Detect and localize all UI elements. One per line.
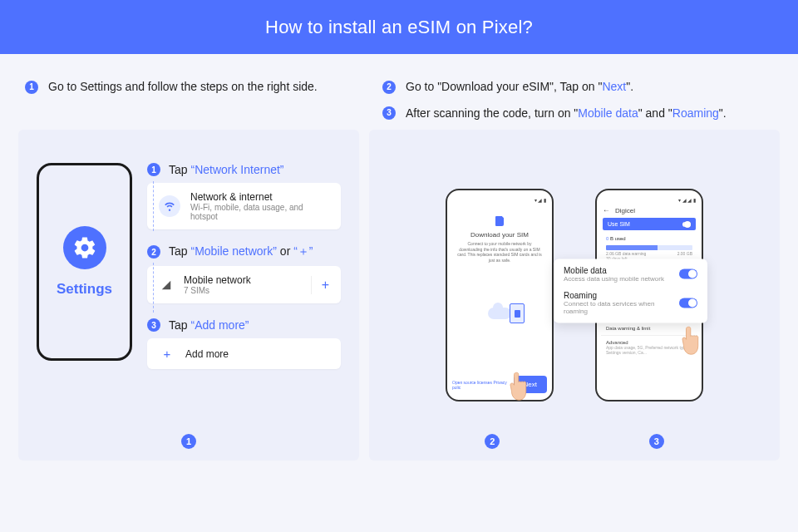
panel-3-badge: 3 [649, 434, 664, 449]
overlay-mobile-data-s: Access data using mobile network [564, 275, 664, 283]
mobile-network-card[interactable]: Mobile network 7 SIMs + [147, 266, 341, 303]
instruction-1: 1 Go to Settings and follow the steps on… [25, 79, 357, 96]
page-title: How to install an eSIM on Pixel? [265, 17, 533, 38]
roaming-toggle[interactable] [679, 298, 697, 308]
sim-card-icon [510, 303, 525, 323]
step-3-head: 3 Tap “Add more” [147, 318, 341, 332]
signal-icon [159, 278, 174, 293]
use-sim-row[interactable]: Use SIM [603, 218, 696, 230]
back-arrow-icon[interactable]: ← [603, 206, 610, 214]
hand-pointer-icon [508, 370, 533, 401]
data-bar [606, 245, 692, 250]
step-1-badge: 1 [147, 163, 160, 176]
step-3-badge: 3 [147, 318, 160, 332]
step-3-text: Tap “Add more” [169, 318, 249, 332]
data-used-val: 0 [606, 236, 608, 241]
status-icons-2: ▾ ◢ ◢ ▮ [678, 197, 696, 203]
instruction-2-pre: Go to "Download your eSIM", Tap on " [406, 80, 602, 93]
overlay-mobile-data-t: Mobile data [564, 266, 664, 275]
carrier-title: Digicel [615, 207, 635, 214]
download-links[interactable]: Open source licenses Privacy polic [452, 380, 514, 390]
settings-label: Settings [57, 281, 112, 298]
download-phone-wrap: ▾ ◢ ▮ Download your SIM Connect to your … [446, 189, 554, 401]
steps-column: 1 Tap “Network Internet” Network & inter… [147, 163, 341, 369]
step-3-pre: Tap [169, 318, 190, 332]
download-desc: Connect to your mobile network by downlo… [451, 241, 548, 263]
settings-phone-mock: Settings [37, 163, 132, 361]
step-2-link: “Mobile network” [190, 244, 276, 258]
step-2-text: Tap “Mobile network” or “＋” [169, 244, 313, 259]
step-3: 3 Tap “Add more” + Add more [147, 318, 341, 369]
instruction-1-text: Go to Settings and follow the steps on t… [48, 79, 318, 96]
badge-1: 1 [25, 81, 38, 94]
instruction-3-post: ". [719, 106, 727, 120]
instructions-left: 1 Go to Settings and follow the steps on… [25, 79, 357, 96]
sim-icon [495, 216, 504, 226]
instructions-right: 2 Go to "Download your eSIM", Tap on "Ne… [382, 79, 777, 121]
cloud-area [451, 293, 548, 334]
badge-2: 2 [382, 81, 396, 94]
mobile-card-body: Mobile network 7 SIMs [184, 274, 251, 295]
statusbar-2: ▾ ◢ ◢ ▮ [601, 195, 697, 204]
status-left-2 [603, 197, 604, 203]
step-2-link2: “＋” [293, 244, 313, 258]
next-link: Next [602, 80, 626, 93]
step-1: 1 Tap “Network Internet” Network & inter… [147, 163, 341, 229]
cloud-icon [488, 308, 511, 319]
panels-row: Settings 1 Tap “Network Internet” Networ… [0, 130, 798, 479]
step-2-badge: 2 [147, 245, 160, 259]
instruction-3-mid: " and " [638, 106, 672, 120]
step-2-head: 2 Tap “Mobile network” or “＋” [147, 244, 341, 259]
status-left [453, 197, 455, 203]
roaming-top: ← Digicel [601, 204, 697, 218]
wifi-icon [159, 195, 180, 217]
network-card-sub: Wi-Fi, mobile, data usage, and hotspot [190, 203, 329, 221]
instruction-2-post: ". [626, 80, 633, 93]
step-1-head: 1 Tap “Network Internet” [147, 163, 341, 176]
data-used-h: 0 B used [601, 234, 697, 244]
step-1-link: “Network Internet” [190, 163, 283, 176]
roaming-phone-wrap: ▾ ◢ ◢ ▮ ← Digicel Use SIM 0 B used [595, 189, 703, 401]
mobile-card-title: Mobile network [184, 274, 251, 286]
page-header: How to install an eSIM on Pixel? [0, 0, 798, 54]
plus-icon[interactable]: + [311, 276, 329, 294]
instruction-3-text: After scanning the code, turn on "Mobile… [406, 106, 727, 122]
panel-settings: Settings 1 Tap “Network Internet” Networ… [18, 130, 359, 461]
data-total: 2.00 GB [677, 251, 692, 256]
plus-left-icon: + [159, 347, 175, 361]
step-1-pre: Tap [169, 163, 190, 176]
overlay-mobile-data[interactable]: Mobile data Access data using mobile net… [564, 266, 697, 283]
instruction-2: 2 Go to "Download your eSIM", Tap on "Ne… [382, 79, 777, 96]
add-more-card[interactable]: + Add more [147, 338, 341, 369]
badge-3: 3 [382, 106, 396, 120]
instruction-3: 3 After scanning the code, turn on "Mobi… [382, 106, 777, 122]
add-more-title: Add more [185, 348, 229, 360]
instruction-3-pre: After scanning the code, turn on " [406, 106, 578, 120]
network-internet-card[interactable]: Network & internet Wi-Fi, mobile, data u… [147, 183, 341, 229]
use-sim-label: Use SIM [608, 221, 630, 227]
roaming-link: Roaming [672, 106, 719, 120]
statusbar-1: ▾ ◢ ▮ [451, 195, 548, 204]
status-icons-1: ▾ ◢ ▮ [534, 197, 546, 203]
gear-icon [63, 226, 106, 269]
data-used-unit: B used [610, 236, 626, 241]
panel-2-badge: 2 [485, 434, 500, 449]
use-sim-toggle[interactable] [682, 222, 691, 227]
mobile-data-toggle[interactable] [679, 269, 697, 279]
add-more-body: Add more [185, 348, 229, 360]
download-title: Download your SIM [470, 231, 529, 239]
overlay-card: Mobile data Access data using mobile net… [554, 259, 707, 323]
overlay-roaming[interactable]: Roaming Connect to data services when ro… [564, 291, 697, 315]
step-2-pre: Tap [169, 244, 190, 258]
overlay-roaming-t: Roaming [564, 291, 672, 300]
overlay-roaming-s: Connect to data services when roaming [564, 300, 672, 315]
network-card-body: Network & internet Wi-Fi, mobile, data u… [190, 191, 329, 221]
download-phone: ▾ ◢ ▮ Download your SIM Connect to your … [446, 189, 554, 401]
hand-pointer-icon-2 [680, 324, 705, 356]
network-card-title: Network & internet [190, 191, 329, 203]
phone-row: ▾ ◢ ▮ Download your SIM Connect to your … [390, 155, 759, 436]
panel-screens: ▾ ◢ ▮ Download your SIM Connect to your … [369, 130, 780, 461]
mobile-card-sub: 7 SIMs [184, 286, 251, 295]
mobile-data-link: Mobile data [578, 106, 638, 120]
step-3-link: “Add more” [190, 318, 249, 332]
